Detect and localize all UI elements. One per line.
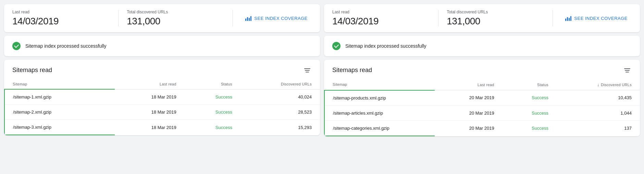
status-message: Sitemap index processed successfully xyxy=(25,43,107,49)
discovered-urls-label: Discovered URLs xyxy=(281,82,312,86)
last-read-value: 18 Mar 2019 xyxy=(115,120,184,135)
sitemaps-tbody: /sitemap-products.xml.gzip 20 Mar 2019 S… xyxy=(324,90,640,136)
total-urls-stat: Total discovered URLs 131,000 xyxy=(127,10,224,27)
total-urls-stat: Total discovered URLs 131,000 xyxy=(447,10,544,27)
filter-lines xyxy=(624,68,630,72)
status-card: Sitemap index processed successfully xyxy=(4,36,320,56)
status-card: Sitemap index processed successfully xyxy=(324,36,640,56)
total-urls-value: 131,000 xyxy=(447,16,544,27)
filter-icon[interactable] xyxy=(303,67,312,74)
table-row: /sitemap-1.xml.gzip 18 Mar 2019 Success … xyxy=(4,89,320,105)
see-index-button[interactable]: SEE INDEX COVERAGE xyxy=(561,13,632,24)
sitemap-name: /sitemap-3.xml.gzip xyxy=(4,120,115,135)
filter-icon[interactable] xyxy=(623,67,632,74)
stat-divider-2 xyxy=(233,10,233,26)
last-read-value: 20 Mar 2019 xyxy=(435,105,502,120)
discovered-urls-value: 10,435 xyxy=(557,90,640,106)
status-message: Sitemap index processed successfully xyxy=(345,43,426,49)
filter-lines xyxy=(304,68,310,72)
sitemap-name: /sitemap-categories.xml.gzip xyxy=(324,120,435,136)
sitemap-name: /sitemap-articles.xml.gzip xyxy=(324,105,435,120)
bar-chart-icon xyxy=(245,15,251,21)
status-value: Success xyxy=(185,120,240,135)
table-row: /sitemap-products.xml.gzip 20 Mar 2019 S… xyxy=(324,90,640,106)
last-read-stat: Last read 14/03/2019 xyxy=(12,10,110,27)
last-read-value: 20 Mar 2019 xyxy=(435,120,502,136)
success-icon xyxy=(332,42,340,50)
sitemaps-header: Sitemaps read xyxy=(4,60,320,79)
status-value: Success xyxy=(503,90,557,106)
last-read-label: Last read xyxy=(332,10,430,14)
stats-card: Last read 14/03/2019 Total discovered UR… xyxy=(324,4,640,32)
sitemaps-tbody: /sitemap-1.xml.gzip 18 Mar 2019 Success … xyxy=(4,89,320,135)
table-row: /sitemap-categories.xml.gzip 20 Mar 2019… xyxy=(324,120,640,136)
panel-left: Last read 14/03/2019 Total discovered UR… xyxy=(4,4,320,136)
col-header-status: Status xyxy=(185,79,240,89)
discovered-urls-value: 15,293 xyxy=(240,120,320,135)
sitemap-name: /sitemap-1.xml.gzip xyxy=(4,89,115,105)
stats-card: Last read 14/03/2019 Total discovered UR… xyxy=(4,4,320,32)
sitemaps-card: Sitemaps read Sitemap Last read Status ↓… xyxy=(324,60,640,136)
sort-arrow-icon: ↓ xyxy=(597,82,599,87)
sitemaps-card: Sitemaps read Sitemap Last read Status D… xyxy=(4,60,320,135)
status-value: Success xyxy=(185,89,240,105)
last-read-value: 18 Mar 2019 xyxy=(115,89,184,105)
see-index-label: SEE INDEX COVERAGE xyxy=(254,16,308,21)
stat-divider xyxy=(438,10,438,26)
see-index-label: SEE INDEX COVERAGE xyxy=(574,16,628,21)
sitemap-name: /sitemap-2.xml.gzip xyxy=(4,105,115,120)
last-read-stat: Last read 14/03/2019 xyxy=(332,10,430,27)
col-header-discovered-urls: ↓ Discovered URLs xyxy=(557,79,640,90)
bar-chart-icon xyxy=(565,15,571,21)
see-index-button[interactable]: SEE INDEX COVERAGE xyxy=(241,13,312,24)
discovered-urls-value: 137 xyxy=(557,120,640,136)
discovered-urls-value: 1,044 xyxy=(557,105,640,120)
last-read-value: 20 Mar 2019 xyxy=(435,90,502,106)
col-header-sitemap: Sitemap xyxy=(324,79,435,90)
panel-right: Last read 14/03/2019 Total discovered UR… xyxy=(324,4,640,136)
sitemaps-table: Sitemap Last read Status Discovered URLs… xyxy=(4,79,320,135)
sitemaps-title: Sitemaps read xyxy=(332,67,372,74)
panels-container: Last read 14/03/2019 Total discovered UR… xyxy=(4,4,640,136)
sitemaps-header: Sitemaps read xyxy=(324,60,640,79)
stat-divider-2 xyxy=(553,10,553,26)
total-urls-label: Total discovered URLs xyxy=(447,10,544,14)
status-value: Success xyxy=(185,105,240,120)
discovered-urls-label: Discovered URLs xyxy=(601,83,632,87)
table-row: /sitemap-articles.xml.gzip 20 Mar 2019 S… xyxy=(324,105,640,120)
col-header-last-read: Last read xyxy=(435,79,502,90)
table-row: /sitemap-2.xml.gzip 18 Mar 2019 Success … xyxy=(4,105,320,120)
status-value: Success xyxy=(503,120,557,136)
last-read-value: 18 Mar 2019 xyxy=(115,105,184,120)
stat-divider xyxy=(118,10,119,26)
col-header-last-read: Last read xyxy=(115,79,184,89)
success-icon xyxy=(12,42,21,50)
last-read-label: Last read xyxy=(12,10,110,14)
sitemaps-title: Sitemaps read xyxy=(12,67,52,74)
table-row: /sitemap-3.xml.gzip 18 Mar 2019 Success … xyxy=(4,120,320,135)
col-header-sitemap: Sitemap xyxy=(4,79,115,89)
last-read-value: 14/03/2019 xyxy=(12,16,110,27)
total-urls-label: Total discovered URLs xyxy=(127,10,224,14)
discovered-urls-value: 28,523 xyxy=(240,105,320,120)
sitemaps-table: Sitemap Last read Status ↓ Discovered UR… xyxy=(324,79,640,136)
total-urls-value: 131,000 xyxy=(127,16,224,27)
col-header-discovered-urls: Discovered URLs xyxy=(240,79,320,89)
col-header-status: Status xyxy=(503,79,557,90)
status-value: Success xyxy=(503,105,557,120)
last-read-value: 14/03/2019 xyxy=(332,16,430,27)
sitemap-name: /sitemap-products.xml.gzip xyxy=(324,90,435,106)
discovered-urls-value: 40,024 xyxy=(240,89,320,105)
